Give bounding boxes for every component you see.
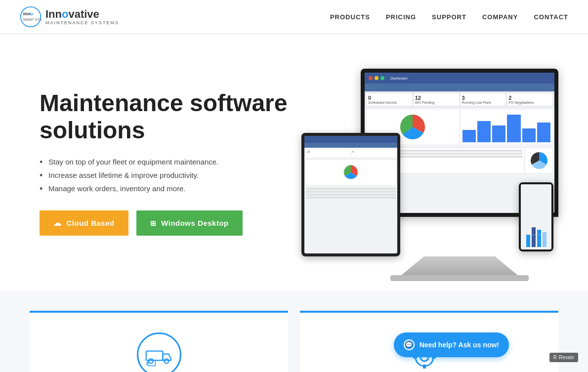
bar-chart bbox=[461, 110, 553, 144]
svg-rect-17 bbox=[147, 362, 149, 363]
stat-4-value: 2 bbox=[508, 95, 551, 101]
hero-left: Maintenance software solutions Stay on t… bbox=[40, 89, 296, 236]
tablet-stat-1: 10 bbox=[306, 149, 350, 157]
bullet-3: Manage work orders, inventory and more. bbox=[40, 184, 296, 193]
phone bbox=[519, 182, 553, 251]
cloud-based-button[interactable]: ☁ Cloud Based bbox=[40, 210, 128, 236]
stat-card-4: 2 PO Negotiations bbox=[507, 93, 552, 106]
nav-products[interactable]: PRODUCTS bbox=[330, 13, 370, 21]
nav-company[interactable]: COMPANY bbox=[482, 13, 518, 21]
svg-rect-8 bbox=[526, 235, 530, 247]
hero-section: Maintenance software solutions Stay on t… bbox=[0, 34, 588, 291]
fleet-truck-icon bbox=[144, 340, 174, 370]
hero-bullets: Stay on top of your fleet or equipment m… bbox=[40, 158, 296, 193]
dashboard-header: Dashboard bbox=[365, 73, 554, 83]
svg-point-14 bbox=[149, 359, 153, 363]
bar-1 bbox=[462, 130, 476, 142]
tablet-row-1 bbox=[306, 188, 396, 190]
windows-desktop-button[interactable]: ⊞ Windows Desktop bbox=[136, 210, 243, 236]
bar-3 bbox=[492, 125, 505, 142]
dashboard-label: Dashboard bbox=[390, 77, 407, 80]
header: Inn o MAINT SYS Innovative MAINTENANCE S… bbox=[0, 0, 588, 34]
svg-point-15 bbox=[164, 359, 168, 363]
dot-yellow bbox=[375, 76, 378, 80]
device-mockup: Dashboard 0 Scheduled Service 12 WO Pend… bbox=[301, 69, 558, 256]
tablet-row-2 bbox=[306, 191, 396, 193]
tablet-pie bbox=[306, 160, 396, 185]
stat-card-2: 12 WO Pending bbox=[414, 93, 459, 106]
bar-6 bbox=[537, 123, 550, 142]
dot-green bbox=[380, 76, 384, 80]
tablet-toolbar bbox=[304, 143, 397, 148]
hero-buttons: ☁ Cloud Based ⊞ Windows Desktop bbox=[40, 210, 296, 236]
svg-rect-9 bbox=[532, 227, 536, 247]
logo[interactable]: Inn o MAINT SYS Innovative MAINTENANCE S… bbox=[20, 6, 119, 28]
monitor-foot bbox=[390, 275, 529, 281]
phone-chart-svg bbox=[524, 205, 548, 249]
revain-label: Revain bbox=[559, 355, 574, 360]
pie-chart-svg bbox=[398, 112, 427, 142]
stat-1-value: 0 bbox=[368, 95, 411, 101]
tablet-table bbox=[304, 186, 397, 201]
pie-chart-2-svg bbox=[529, 151, 549, 170]
cloud-button-label: Cloud Based bbox=[67, 219, 115, 227]
tablet: 10 5 bbox=[301, 133, 400, 256]
svg-rect-18 bbox=[146, 362, 147, 365]
monitor-base bbox=[400, 256, 519, 276]
fleet-card bbox=[30, 311, 288, 372]
stat-3-label: Running Low Parts bbox=[462, 101, 504, 104]
svg-text:o: o bbox=[30, 11, 33, 16]
dot-red bbox=[369, 76, 373, 80]
bar-5 bbox=[522, 128, 536, 142]
svg-rect-22 bbox=[423, 365, 426, 369]
chat-icon: 💬 bbox=[404, 339, 415, 350]
tablet-header bbox=[304, 136, 397, 143]
stat-2-value: 12 bbox=[415, 95, 458, 101]
stat-card-1: 0 Scheduled Service bbox=[367, 93, 412, 106]
nav-support[interactable]: SUPPORT bbox=[432, 13, 466, 21]
nav-contact[interactable]: CONTACT bbox=[534, 13, 568, 21]
stat-1-label: Scheduled Service bbox=[368, 101, 411, 104]
stat-2-label: WO Pending bbox=[415, 101, 458, 104]
hero-title: Maintenance software solutions bbox=[40, 89, 296, 144]
chat-label: Need help? Ask us now! bbox=[420, 341, 499, 349]
tablet-row-4 bbox=[306, 197, 396, 199]
hero-device-mockup: Dashboard 0 Scheduled Service 12 WO Pend… bbox=[301, 69, 558, 256]
bullet-1: Stay on top of your fleet or equipment m… bbox=[40, 158, 296, 166]
logo-icon: Inn o MAINT SYS bbox=[20, 6, 42, 28]
svg-text:MAINT SYS: MAINT SYS bbox=[23, 18, 42, 21]
logo-brand-text: Innovative bbox=[45, 8, 119, 20]
revain-badge: R Revain bbox=[549, 353, 578, 362]
svg-rect-10 bbox=[537, 230, 541, 247]
svg-rect-11 bbox=[543, 232, 546, 247]
bar-4 bbox=[507, 115, 520, 142]
lower-section-bg bbox=[0, 291, 588, 372]
stat-4-label: PO Negotiations bbox=[508, 101, 551, 104]
svg-text:Inn: Inn bbox=[23, 11, 31, 16]
tablet-charts bbox=[304, 159, 397, 186]
tablet-row-3 bbox=[306, 194, 396, 196]
chat-bubble[interactable]: 💬 Need help? Ask us now! bbox=[394, 332, 509, 357]
windows-icon: ⊞ bbox=[150, 219, 157, 227]
dashboard-toolbar bbox=[365, 83, 554, 91]
nav-pricing[interactable]: PRICING bbox=[386, 13, 416, 21]
windows-button-label: Windows Desktop bbox=[161, 219, 229, 227]
tablet-stats: 10 5 bbox=[304, 148, 397, 159]
stat-3-value: 3 bbox=[462, 95, 504, 101]
stat-card-3: 3 Running Low Parts bbox=[461, 93, 506, 106]
svg-rect-13 bbox=[146, 351, 163, 361]
bar-2 bbox=[477, 121, 491, 142]
svg-point-0 bbox=[21, 7, 41, 27]
tablet-pie-svg bbox=[342, 164, 360, 181]
pie-chart-2 bbox=[525, 148, 552, 173]
revain-icon: R bbox=[553, 355, 557, 360]
bullet-2: Increase asset lifetime & improve produc… bbox=[40, 171, 296, 179]
cloud-icon: ☁ bbox=[53, 218, 62, 228]
fleet-icon-circle bbox=[137, 332, 181, 372]
tablet-screen: 10 5 bbox=[304, 136, 397, 253]
tablet-stat-2: 5 bbox=[351, 149, 396, 157]
phone-screen bbox=[521, 184, 551, 249]
logo-subtitle: MAINTENANCE SYSTEMS bbox=[45, 20, 119, 25]
dashboard-stats: 0 Scheduled Service 12 WO Pending 3 Runn… bbox=[365, 91, 554, 108]
main-nav: PRODUCTS PRICING SUPPORT COMPANY CONTACT bbox=[330, 13, 568, 21]
